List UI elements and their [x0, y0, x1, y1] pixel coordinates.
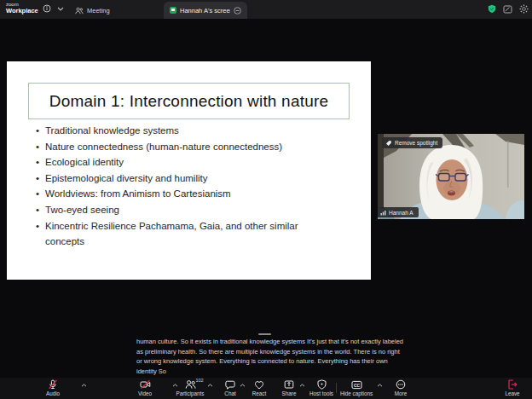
more-ellipsis-icon [396, 379, 406, 390]
zoom-meeting-window: zoom Workplace Meeting Hannah A's screen… [0, 0, 532, 399]
bullet-item: Epistemological diversity and humility [36, 171, 336, 187]
svg-text:CC: CC [353, 382, 360, 387]
audio-signal-icon [380, 210, 386, 216]
top-bar: zoom Workplace Meeting Hannah A's screen [0, 0, 532, 19]
bullet-item: Nature connectedness (human-nature conne… [36, 139, 336, 155]
logo-workplace-text: Workplace [6, 8, 38, 14]
screen-share-icon [170, 7, 176, 14]
bullet-item: Worldviews: from Animism to Cartesianism [36, 186, 336, 202]
participant-name-tag: Hannah A [378, 207, 419, 217]
chevron-down-icon[interactable] [57, 7, 64, 11]
live-caption-text: human culture. So it exists in tradition… [136, 337, 404, 376]
zoom-workplace-logo: zoom Workplace [6, 2, 38, 14]
audio-button[interactable]: Audio [23, 379, 83, 396]
bullet-item: Kincentric Resilience Pachamama, Gaia, a… [36, 218, 336, 250]
audio-options-caret[interactable] [81, 384, 87, 387]
remove-spotlight-badge[interactable]: Remove spotlight [382, 137, 442, 148]
audio-button-label: Audio [46, 390, 60, 396]
remove-spotlight-label: Remove spotlight [395, 140, 437, 146]
bullet-item: Ecological identity [36, 154, 336, 171]
slide-bullet-list: Traditional knowledge systems Nature con… [36, 123, 336, 250]
info-icon[interactable] [43, 4, 51, 13]
host-tools-shield-icon [317, 379, 327, 390]
camera-off-icon [140, 379, 151, 390]
participant-video-tile[interactable]: Remove spotlight Hannah A [378, 134, 524, 219]
tab-hannah-screen[interactable]: Hannah A's screen [164, 2, 247, 19]
leave-door-icon [507, 379, 518, 390]
view-layout-icon[interactable] [503, 5, 512, 14]
tab-hannah-screen-label: Hannah A's screen [180, 7, 230, 14]
meeting-toolbar: Audio Video 102 Participants [0, 378, 532, 399]
more-button[interactable]: More [371, 379, 431, 396]
hide-captions-button-label: Hide captions [340, 390, 373, 396]
spotlight-icon [385, 140, 392, 147]
participant-name-label: Hannah A [389, 210, 413, 216]
tab-meeting-label: Meeting [87, 7, 110, 14]
participants-icon: 102 [185, 379, 196, 390]
presentation-slide: Domain 1: Interconnection with nature Tr… [7, 61, 371, 280]
bullet-item: Two-eyed seeing [36, 202, 336, 218]
people-icon [75, 7, 84, 14]
slide-title-box: Domain 1: Interconnection with nature [28, 83, 350, 119]
leave-button[interactable]: Leave [483, 379, 532, 396]
slide-title: Domain 1: Interconnection with nature [49, 92, 328, 111]
bullet-item: Traditional knowledge systems [36, 123, 336, 139]
tab-meeting[interactable]: Meeting [70, 2, 115, 19]
video-button-label: Video [138, 390, 152, 396]
more-button-label: More [395, 390, 407, 396]
caption-drag-handle[interactable] [258, 333, 271, 335]
minimize-tab-icon[interactable] [234, 7, 241, 14]
leave-button-label: Leave [505, 390, 519, 396]
settings-gear-icon[interactable] [519, 4, 529, 14]
security-shield-icon[interactable] [488, 4, 496, 14]
closed-captions-icon: CC [351, 379, 362, 390]
logo-zoom-text: zoom [6, 2, 38, 7]
mic-muted-icon [48, 379, 58, 390]
topbar-right-controls [488, 4, 529, 14]
